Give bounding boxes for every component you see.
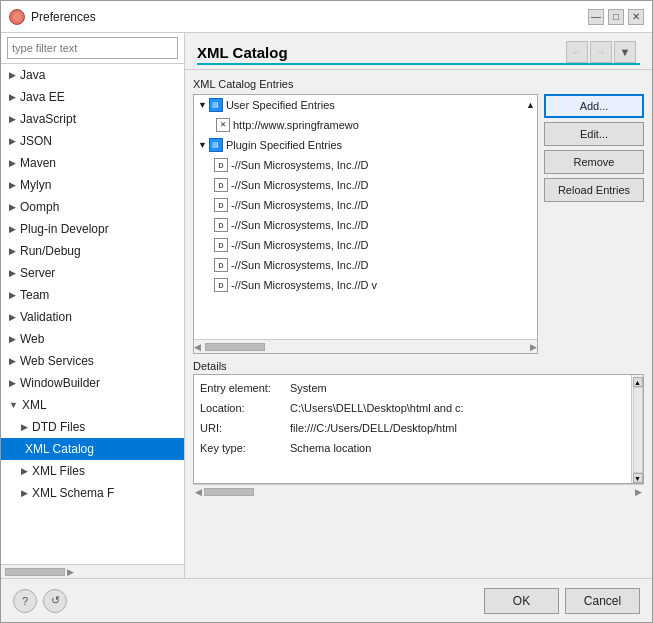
sidebar-item-xmlschema[interactable]: ▶ XML Schema F	[1, 482, 184, 504]
plugin-entry-text-5: -//Sun Microsystems, Inc.//D	[231, 259, 537, 271]
sidebar-item-oomph[interactable]: ▶ Oomph	[1, 196, 184, 218]
details-box: Entry element: System Location: C:\Users…	[193, 374, 644, 484]
expand-arrow-xml: ▼	[9, 400, 18, 410]
sidebar-item-maven[interactable]: ▶ Maven	[1, 152, 184, 174]
sidebar-hscroll[interactable]: ▶	[1, 564, 184, 578]
expand-arrow-server: ▶	[9, 268, 16, 278]
expand-arrow-oomph: ▶	[9, 202, 16, 212]
sidebar-item-webservices[interactable]: ▶ Web Services	[1, 350, 184, 372]
sidebar-item-java-ee[interactable]: ▶ Java EE	[1, 86, 184, 108]
details-hscroll-thumb[interactable]	[204, 488, 254, 496]
plugin-entry-6[interactable]: D -//Sun Microsystems, Inc.//D v	[194, 275, 537, 295]
sidebar-tree[interactable]: ▶ Java ▶ Java EE ▶ JavaScript ▶ JSON ▶	[1, 64, 184, 564]
user-entry-url[interactable]: ✕ http://www.springframewо	[194, 115, 537, 135]
filter-input[interactable]	[7, 37, 178, 59]
details-hscroll[interactable]: ◀ ▶	[193, 484, 644, 498]
user-entries-scrollup[interactable]: ▲	[526, 100, 535, 110]
help-button[interactable]: ?	[13, 589, 37, 613]
details-row-2: URI: file:///C:/Users/DELL/Desktop/html	[200, 419, 625, 437]
user-entry-url-text: http://www.springframewо	[233, 119, 537, 131]
sidebar-hscroll-right[interactable]: ▶	[67, 567, 74, 577]
nav-dropdown-button[interactable]: ▼	[614, 41, 636, 63]
sidebar-item-xml[interactable]: ▼ XML	[1, 394, 184, 416]
sidebar-item-label-webservices: Web Services	[20, 354, 94, 368]
details-hscroll-left[interactable]: ◀	[195, 487, 202, 497]
sidebar-item-mylyn[interactable]: ▶ Mylyn	[1, 174, 184, 196]
preferences-window: Preferences — □ ✕ ▶ Java ▶ Java EE	[0, 0, 653, 623]
nav-forward-button[interactable]: →	[590, 41, 612, 63]
details-key-1: Location:	[200, 402, 290, 414]
plugin-entry-1[interactable]: D -//Sun Microsystems, Inc.//D	[194, 175, 537, 195]
hscroll-thumb[interactable]	[205, 343, 265, 351]
details-hscroll-right[interactable]: ▶	[635, 487, 642, 497]
sidebar-item-label-xmlschema: XML Schema F	[32, 486, 114, 500]
sidebar-item-dtd[interactable]: ▶ DTD Files	[1, 416, 184, 438]
expand-arrow-mylyn: ▶	[9, 180, 16, 190]
plugin-entries-label: Plugin Specified Entries	[226, 139, 537, 151]
sidebar-item-label-js: JavaScript	[20, 112, 76, 126]
panel-header-inner: XML Catalog ← → ▼	[197, 41, 640, 63]
bottom-right: OK Cancel	[484, 588, 640, 614]
expand-arrow-wb: ▶	[9, 378, 16, 388]
plugin-entry-text-4: -//Sun Microsystems, Inc.//D	[231, 239, 537, 251]
plugin-entry-text-2: -//Sun Microsystems, Inc.//D	[231, 199, 537, 211]
sidebar-item-web[interactable]: ▶ Web	[1, 328, 184, 350]
user-entries-group[interactable]: ▼ ▤ User Specified Entries ▲	[194, 95, 537, 115]
catalog-tree-scroll[interactable]: ▼ ▤ User Specified Entries ▲ ✕ http://ww…	[194, 95, 537, 339]
sidebar-item-xmlcatalog[interactable]: XML Catalog	[1, 438, 184, 460]
ok-button[interactable]: OK	[484, 588, 559, 614]
sidebar-item-plugin[interactable]: ▶ Plug-in Developr	[1, 218, 184, 240]
sidebar-item-windowbuilder[interactable]: ▶ WindowBuilder	[1, 372, 184, 394]
edit-button[interactable]: Edit...	[544, 122, 644, 146]
restore-button[interactable]: ↺	[43, 589, 67, 613]
expand-arrow-js: ▶	[9, 114, 16, 124]
sidebar-item-label-server: Server	[20, 266, 55, 280]
details-scroll-up[interactable]: ▲	[633, 377, 643, 387]
details-section-label: Details	[193, 360, 644, 372]
remove-button[interactable]: Remove	[544, 150, 644, 174]
expand-arrow-maven: ▶	[9, 158, 16, 168]
details-scrollbar[interactable]: ▲ ▼	[631, 375, 643, 483]
sidebar-item-server[interactable]: ▶ Server	[1, 262, 184, 284]
details-scroll-track[interactable]	[633, 387, 643, 473]
sidebar-item-javascript[interactable]: ▶ JavaScript	[1, 108, 184, 130]
close-button[interactable]: ✕	[628, 9, 644, 25]
minimize-button[interactable]: —	[588, 9, 604, 25]
plugin-entry-0[interactable]: D -//Sun Microsystems, Inc.//D	[194, 155, 537, 175]
sidebar-item-validation[interactable]: ▶ Validation	[1, 306, 184, 328]
sidebar-item-rundebug[interactable]: ▶ Run/Debug	[1, 240, 184, 262]
nav-back-button[interactable]: ←	[566, 41, 588, 63]
plugin-entry-2[interactable]: D -//Sun Microsystems, Inc.//D	[194, 195, 537, 215]
expand-arrow-xmlschema: ▶	[21, 488, 28, 498]
cancel-button[interactable]: Cancel	[565, 588, 640, 614]
plugin-entry-4[interactable]: D -//Sun Microsystems, Inc.//D	[194, 235, 537, 255]
sidebar-item-team[interactable]: ▶ Team	[1, 284, 184, 306]
expand-arrow-plugin: ▶	[9, 224, 16, 234]
plugin-entry-5[interactable]: D -//Sun Microsystems, Inc.//D	[194, 255, 537, 275]
sidebar-item-label-dtd: DTD Files	[32, 420, 85, 434]
sidebar-item-java[interactable]: ▶ Java	[1, 64, 184, 86]
sidebar-item-json[interactable]: ▶ JSON	[1, 130, 184, 152]
details-scroll-down[interactable]: ▼	[633, 473, 643, 483]
plugin-entries-group[interactable]: ▼ ▤ Plugin Specified Entries	[194, 135, 537, 155]
plugin-entry-icon-6: D	[214, 278, 228, 292]
catalog-hscroll[interactable]: ◀ ▶	[194, 339, 537, 353]
right-panel: XML Catalog ← → ▼ XML Catalog Entries	[185, 33, 652, 578]
filter-box	[1, 33, 184, 64]
expand-arrow-java: ▶	[9, 70, 16, 80]
sidebar-item-label-validation: Validation	[20, 310, 72, 324]
sidebar-item-label-wb: WindowBuilder	[20, 376, 100, 390]
reload-button[interactable]: Reload Entries	[544, 178, 644, 202]
add-button[interactable]: Add...	[544, 94, 644, 118]
hscroll-right-arrow[interactable]: ▶	[530, 342, 537, 352]
maximize-button[interactable]: □	[608, 9, 624, 25]
preferences-icon	[9, 9, 25, 25]
expand-arrow-dtd: ▶	[21, 422, 28, 432]
sidebar-item-xmlfiles[interactable]: ▶ XML Files	[1, 460, 184, 482]
user-entries-folder-icon: ▤	[209, 98, 223, 112]
details-key-2: URI:	[200, 422, 290, 434]
plugin-entry-3[interactable]: D -//Sun Microsystems, Inc.//D	[194, 215, 537, 235]
sidebar-item-label-java: Java	[20, 68, 45, 82]
hscroll-left-arrow[interactable]: ◀	[194, 342, 201, 352]
sidebar-hscroll-bar[interactable]	[5, 568, 65, 576]
